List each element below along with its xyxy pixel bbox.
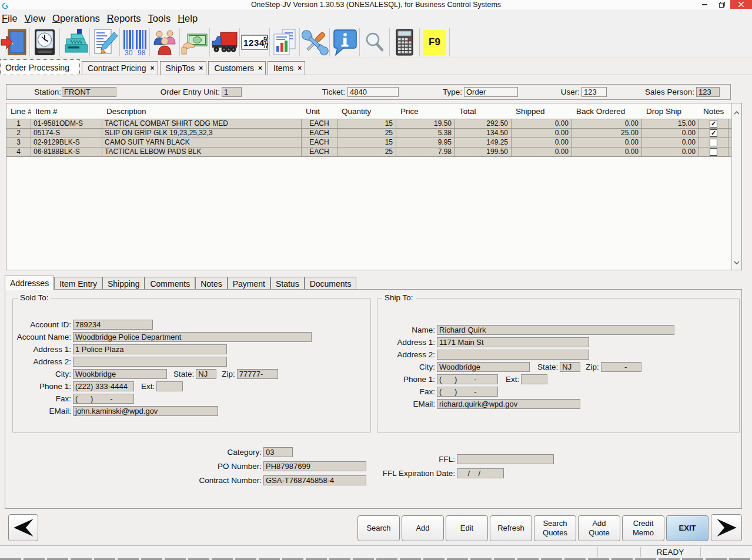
toolbar-barcode-icon[interactable]: 3098 [120,28,149,57]
toolbar-time-clock-icon[interactable] [30,28,59,57]
scroll-up-icon[interactable] [734,106,743,117]
subtab-status[interactable]: Status [270,277,305,290]
sold_to-address2-field[interactable] [73,357,227,367]
station-field[interactable]: FRONT [62,87,116,97]
sold_to-phone1-field[interactable]: (222) 333-4444 [73,381,134,391]
search-button[interactable]: Search [357,515,400,541]
toolbar-search-icon[interactable] [360,28,389,57]
tab-close-icon[interactable]: × [298,65,302,71]
user-field[interactable]: 123 [581,87,607,97]
subtab-documents[interactable]: Documents [305,277,357,290]
sold_to-city-field[interactable]: Wookbridge [73,369,167,379]
sold_to-address1-field[interactable]: 1 Police Plaza [73,344,227,354]
toolbar-order-entry-icon[interactable] [90,28,119,57]
add-button[interactable]: Add [402,515,444,541]
menu-reports[interactable]: Reports [107,12,146,25]
toolbar-item-numbers-icon[interactable]: 123457 [240,28,269,57]
subtab-payment[interactable]: Payment [228,277,270,290]
previous-record-button[interactable] [8,514,38,541]
next-record-button[interactable] [711,514,742,541]
type-field[interactable]: Order [464,87,518,97]
tab-items[interactable]: Items× [268,61,305,75]
ship_to-email-field[interactable]: richard.quirk@wpd.gov [437,399,580,409]
sold_to-city-label: City: [13,370,73,378]
toolbar-customers-icon[interactable] [150,28,179,57]
subtab-notes[interactable]: Notes [195,277,228,290]
edit-button[interactable]: Edit [446,515,488,541]
credit-memo-button[interactable]: CreditMemo [622,515,664,541]
menu-file[interactable]: File [2,12,23,25]
ship_to-fax-field[interactable]: ( ) - [437,387,498,397]
ship_to-address1-field[interactable]: 1171 Main St [437,337,589,347]
notes-checkbox[interactable] [710,139,717,146]
ship_to-zip-field[interactable]: - [601,362,641,372]
menu-tools[interactable]: Tools [148,12,176,25]
station-label: Station: [29,88,61,96]
toolbar-payment-icon[interactable] [180,28,209,57]
ship_to-phone1-field[interactable]: ( ) - [437,374,498,384]
subtab-addresses[interactable]: Addresses [5,276,54,290]
tab-close-icon[interactable]: × [258,65,262,71]
ffl-field[interactable] [457,454,554,464]
ticket-field[interactable]: 4840 [347,87,399,97]
exit-button[interactable]: EXIT [666,515,708,541]
menu-operations[interactable]: Operations [52,12,105,25]
button-row: SearchAddEditRefreshSearchQuotesAddQuote… [0,514,752,542]
toolbar-calculator-icon[interactable] [390,28,419,57]
close-button[interactable] [730,0,752,9]
ship_to-city-field[interactable]: Woodbridge [437,362,530,372]
subtab-shipping[interactable]: Shipping [102,277,145,290]
sold_to-state-field[interactable]: NJ [196,369,216,379]
tab-customers[interactable]: Customers× [208,61,266,75]
grid-scrollbar[interactable] [731,103,741,270]
refresh-button[interactable]: Refresh [490,515,532,541]
sales-person-field[interactable]: 123 [696,87,720,97]
scroll-down-icon[interactable] [734,256,743,267]
tab-order-processing[interactable]: Order Processing [0,59,80,75]
table-row[interactable]: 302-9129BLK-SCAMO SUIT YARN BLACKEACH159… [6,138,731,147]
table-row[interactable]: 406-8188BLK-STACTICAL ELBOW PADS BLKEACH… [6,147,731,157]
tab-shiptos[interactable]: ShipTos× [160,61,207,75]
contract-number-field[interactable]: GSA-T768745858-4 [263,475,366,485]
tab-close-icon[interactable]: × [151,65,155,71]
sold_to-fax-field[interactable]: ( ) - [73,394,134,404]
toolbar-shipping-truck-icon[interactable] [210,28,239,57]
toolbar-info-icon[interactable] [330,28,359,57]
subtab-comments[interactable]: Comments [145,277,195,290]
cell-quantity: 15 [337,138,396,147]
sold_to-account_name-field[interactable]: Woodbridge Police Department [73,332,312,342]
sold_to-ext-field[interactable] [156,381,183,391]
minimize-button[interactable] [696,0,713,9]
toolbar-reports-chart-icon[interactable] [270,28,299,57]
ffl-expiration-label: FFL Expiration Date: [383,469,457,478]
order-entry-unit-field[interactable]: 1 [222,87,242,97]
subtab-item-entry[interactable]: Item Entry [54,277,102,290]
toolbar-f9-button[interactable]: F9 [420,28,449,57]
column-header-description: Description [102,103,302,119]
maximize-button[interactable] [713,0,730,9]
search-quotes-button[interactable]: SearchQuotes [534,515,576,541]
ffl-expiration-field[interactable]: / / [457,468,504,478]
notes-checkbox[interactable]: ✓ [710,129,717,137]
tab-contract-pricing[interactable]: Contract Pricing× [82,61,158,75]
tab-close-icon[interactable]: × [199,65,203,71]
notes-checkbox[interactable]: ✓ [710,120,717,128]
sold_to-email-field[interactable]: john.kaminski@wpd.gov [73,406,218,416]
ship_to-address2-field[interactable] [437,350,589,360]
po-number-field[interactable]: PH87987699 [263,461,366,471]
toolbar-exit-door-icon[interactable] [0,28,29,57]
menu-view[interactable]: View [25,12,51,25]
table-row[interactable]: 101-9581ODM-STACTICAL COMBAT SHIRT ODG M… [6,119,731,129]
category-field[interactable]: 03 [263,447,293,457]
toolbar-tools-icon[interactable] [300,28,329,57]
notes-checkbox[interactable] [710,148,717,156]
sold_to-zip-field[interactable]: 77777- [237,369,278,379]
add-quote-button[interactable]: AddQuote [578,515,620,541]
table-row[interactable]: 205174-SSLIP ON GRIP GLK 19,23,25,32,3EA… [6,129,731,138]
toolbar-cash-register-icon[interactable] [60,28,89,57]
ship_to-state-field[interactable]: NJ [560,362,580,372]
sold_to-account_id-field[interactable]: 789234 [73,320,153,330]
ship_to-name-field[interactable]: Richard Quirk [437,325,674,335]
menu-help[interactable]: Help [178,12,203,25]
ship_to-ext-field[interactable] [521,374,547,384]
